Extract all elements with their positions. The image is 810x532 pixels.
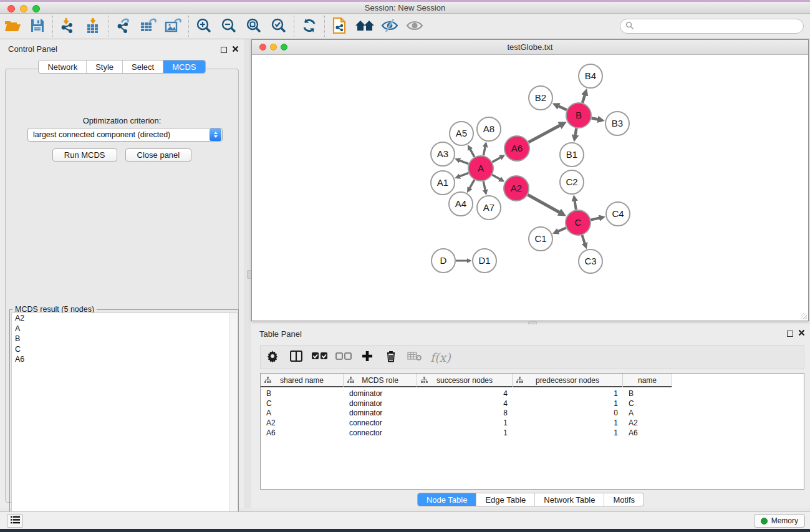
table-cell[interactable]: 1 xyxy=(513,399,623,408)
graph-edge-A-A6[interactable] xyxy=(492,158,500,162)
unselect-all-columns-button[interactable] xyxy=(332,347,355,368)
graph-edge-A2-C[interactable] xyxy=(528,195,559,212)
graph-node-C[interactable]: C xyxy=(566,210,591,235)
table-cell[interactable]: 1 xyxy=(513,428,623,437)
table-cell[interactable]: 0 xyxy=(513,409,623,417)
function-builder-button[interactable]: f(x) xyxy=(427,347,455,368)
graph-edge-A-A7[interactable] xyxy=(483,181,485,190)
graph-edge-A-A3[interactable] xyxy=(460,160,468,163)
graph-node-A6[interactable]: A6 xyxy=(504,136,529,161)
graph-node-A3[interactable]: A3 xyxy=(431,142,455,166)
column-header-name[interactable]: name xyxy=(623,374,672,387)
graph-node-B[interactable]: B xyxy=(566,103,591,128)
result-list-item[interactable]: A6 xyxy=(12,354,238,365)
table-cell[interactable]: 4 xyxy=(417,389,513,398)
tab-network[interactable]: Network xyxy=(39,60,86,73)
table-cell[interactable]: A2 xyxy=(623,418,672,427)
export-table-button[interactable] xyxy=(136,15,161,37)
graph-edge-C-C1[interactable] xyxy=(558,228,566,231)
tab-mcds[interactable]: MCDS xyxy=(163,60,205,73)
table-cell[interactable]: A2 xyxy=(261,418,344,427)
search-input[interactable] xyxy=(634,22,803,31)
network-window-titlebar[interactable]: testGlobe.txt xyxy=(252,40,808,55)
tab-network-table[interactable]: Network Table xyxy=(534,493,604,506)
graph-node-A2[interactable]: A2 xyxy=(504,176,529,201)
column-header-MCDS-role[interactable]: MCDS role xyxy=(344,374,417,387)
table-cell[interactable]: B xyxy=(261,389,344,398)
table-cell[interactable]: 8 xyxy=(417,409,513,417)
desktop-vscroll-thumb[interactable] xyxy=(247,270,251,279)
zoom-out-button[interactable] xyxy=(216,15,241,37)
graph-edge-C-C4[interactable] xyxy=(591,218,600,220)
tab-motifs[interactable]: Motifs xyxy=(604,493,644,506)
export-network-button[interactable] xyxy=(111,15,136,37)
close-panel-icon[interactable] xyxy=(798,329,805,338)
network-file-button[interactable] xyxy=(327,15,352,37)
graph-node-B2[interactable]: B2 xyxy=(529,86,552,110)
graph-node-D[interactable]: D xyxy=(432,249,455,273)
graph-node-C2[interactable]: C2 xyxy=(560,170,584,194)
show-selection-button[interactable] xyxy=(402,15,427,37)
table-cell[interactable]: A6 xyxy=(623,428,672,437)
create-column-button[interactable] xyxy=(355,347,379,368)
result-scrollbar[interactable] xyxy=(229,313,238,523)
table-cell[interactable]: B xyxy=(623,389,672,398)
graph-node-A[interactable]: A xyxy=(468,156,493,181)
table-cell[interactable]: A xyxy=(261,409,344,417)
task-history-button[interactable] xyxy=(7,514,23,528)
graph-edge-A6-B[interactable] xyxy=(529,125,561,142)
graph-node-A7[interactable]: A7 xyxy=(477,196,501,220)
table-settings-button[interactable] xyxy=(261,347,284,368)
zoom-in-button[interactable] xyxy=(191,15,216,37)
memory-button[interactable]: Memory xyxy=(754,514,805,528)
result-list-item[interactable]: A xyxy=(12,324,238,334)
graph-edge-C-C3[interactable] xyxy=(582,235,584,243)
graph-node-B1[interactable]: B1 xyxy=(560,143,584,167)
search-field[interactable] xyxy=(620,19,804,34)
graph-edge-C-C2[interactable] xyxy=(575,201,576,210)
table-cell[interactable]: 4 xyxy=(417,399,513,408)
select-all-columns-button[interactable] xyxy=(308,347,332,368)
column-header-predecessor-nodes[interactable]: predecessor nodes xyxy=(513,374,623,387)
zoom-fit-button[interactable] xyxy=(241,15,266,37)
graph-node-C4[interactable]: C4 xyxy=(606,202,630,226)
zoom-selected-button[interactable] xyxy=(266,15,291,37)
graph-edge-A-A1[interactable] xyxy=(460,173,468,176)
home-button[interactable] xyxy=(352,15,377,37)
window-resize-handle[interactable] xyxy=(801,313,807,319)
split-table-button[interactable] xyxy=(284,347,308,368)
table-cell[interactable]: A xyxy=(623,409,672,417)
graph-edge-A-A5[interactable] xyxy=(470,149,475,157)
graph-node-A5[interactable]: A5 xyxy=(450,122,473,145)
result-list-item[interactable]: B xyxy=(12,334,238,344)
tab-edge-table[interactable]: Edge Table xyxy=(476,493,534,506)
graph-node-C3[interactable]: C3 xyxy=(579,249,602,273)
graph-node-A8[interactable]: A8 xyxy=(477,117,501,141)
run-mcds-button[interactable]: Run MCDS xyxy=(52,148,117,162)
column-header-successor-nodes[interactable]: successor nodes xyxy=(417,374,513,387)
export-image-button[interactable] xyxy=(161,15,186,37)
tab-style[interactable]: Style xyxy=(86,60,122,73)
float-panel-icon[interactable] xyxy=(221,47,227,53)
graph-node-A1[interactable]: A1 xyxy=(431,171,455,195)
graph-node-D1[interactable]: D1 xyxy=(473,249,496,273)
table-cell[interactable]: C xyxy=(261,399,344,408)
import-table-button[interactable] xyxy=(80,15,105,37)
table-row[interactable]: Adominator80A xyxy=(261,409,804,418)
column-header-shared-name[interactable]: shared name xyxy=(261,374,344,387)
graph-edge-A-A4[interactable] xyxy=(470,180,474,188)
delete-column-button[interactable] xyxy=(379,347,403,368)
table-cell[interactable]: dominator xyxy=(344,389,417,398)
graph-edge-A-A8[interactable] xyxy=(483,147,485,155)
tab-select[interactable]: Select xyxy=(122,60,163,73)
table-cell[interactable]: C xyxy=(623,399,672,408)
graph-edge-A-A2[interactable] xyxy=(492,175,499,179)
save-session-button[interactable] xyxy=(25,15,50,37)
result-list-item[interactable]: A2 xyxy=(12,313,238,324)
table-row[interactable]: Bdominator41B xyxy=(261,389,804,399)
table-cell[interactable]: connector xyxy=(344,418,417,427)
hide-selection-button[interactable] xyxy=(377,15,402,37)
table-cell[interactable]: 1 xyxy=(417,428,513,437)
graph-node-C1[interactable]: C1 xyxy=(529,227,552,251)
table-cell[interactable]: connector xyxy=(344,428,417,437)
